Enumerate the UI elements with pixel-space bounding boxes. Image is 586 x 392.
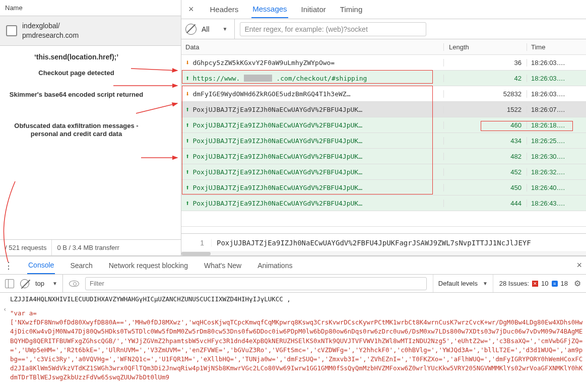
close-icon[interactable]: ×: [185, 4, 197, 15]
chevron-down-icon: ▼: [223, 26, 228, 32]
annotation-block: ‘this.send(location.href);’ Checkout pag…: [0, 46, 181, 239]
status-bar: / 521 requests 0 B / 3.4 MB transferr: [0, 239, 181, 255]
console-body[interactable]: LZJJIA4HQLNXHIVILECUUDIHXAVZYWHAHGγHICμU…: [0, 293, 586, 392]
clear-console-icon[interactable]: [20, 279, 29, 288]
col-time[interactable]: Time: [527, 43, 586, 51]
all-label: All: [202, 25, 210, 33]
name-column-header: Name: [0, 0, 181, 16]
cell-time: 18:26:03….: [527, 75, 586, 82]
annotation-2: Checkout page detected: [5, 69, 178, 77]
table-row[interactable]: ⬆PoxjUJBAJTZjEa9IZJh0NaECwUAYGdV%2FBFU4J…: [181, 102, 586, 117]
annotation-1: ‘this.send(location.href);’: [5, 53, 178, 61]
clear-icon[interactable]: [185, 24, 197, 35]
messages-type-select[interactable]: All ▼: [202, 19, 235, 39]
levels-label: Default levels: [438, 280, 478, 287]
cell-length: 434: [443, 137, 527, 145]
table-row[interactable]: ⬆PoxjUJBAJTZjEa9IZJh0NaECwUAYGdV%2FBFU4J…: [181, 133, 586, 149]
cell-length: 42: [443, 75, 527, 82]
table-row[interactable]: ⬆PoxjUJBAJTZjEa9IZJh0NaECwUAYGdV%2FBFU4J…: [181, 195, 586, 211]
gear-icon[interactable]: ⚙: [574, 279, 581, 288]
cell-length: 460: [443, 121, 527, 129]
redacted-host: [244, 75, 272, 82]
cell-length: 36: [443, 59, 527, 67]
tab-initiator[interactable]: Initiator: [300, 1, 327, 18]
info-badge-icon: ≡: [552, 281, 558, 287]
issues-errors: 10: [541, 280, 548, 287]
tab-headers[interactable]: Headers: [209, 1, 240, 18]
table-row[interactable]: ⬇dmFyIGE9WydOWHd6ZkRGOE5udzBmRGQ4T1h3eWZ…: [181, 86, 586, 102]
drawer-tab-animations[interactable]: Animations: [256, 257, 293, 274]
request-label: indexglobal/ pmdresearch.com: [22, 21, 79, 40]
drawer-tab-whatsnew[interactable]: What's New: [203, 257, 242, 274]
cell-time: 18:26:32….: [527, 168, 586, 176]
drawer-close-icon[interactable]: ×: [576, 260, 582, 271]
drawer-tab-search[interactable]: Search: [69, 257, 93, 274]
chevron-down-icon: ▼: [52, 281, 57, 286]
table-row[interactable]: ⬆PoxjUJBAJTZjEa9IZJh0NaECwUAYGdV%2FBFU4J…: [181, 149, 586, 164]
context-label: top: [35, 280, 44, 287]
more-tools-icon[interactable]: ⋮: [4, 260, 13, 271]
log-level-select[interactable]: Default levels ▼: [433, 275, 493, 292]
arrow-up-icon: ⬆: [185, 153, 189, 160]
table-row[interactable]: ⬆https://www..com/checkout/#shipping4218…: [181, 71, 586, 86]
arrow-up-icon: ⬆: [185, 184, 189, 191]
cell-length: 444: [443, 200, 527, 207]
col-data[interactable]: Data: [181, 43, 443, 51]
table-row[interactable]: ⬆PoxjUJBAJTZjEa9IZJh0NaECwUAYGdV%2FBFU4J…: [181, 117, 586, 133]
table-row[interactable]: ⬇dGhpcy5zZW5kKGxvY2F0aW9uLmhyZWYpOwo=361…: [181, 55, 586, 71]
cell-time: 18:26:07….: [527, 106, 586, 113]
live-expression-icon[interactable]: [69, 281, 79, 287]
issues-counter[interactable]: 28 Issues: ✕10 ≡18: [499, 280, 568, 287]
console-truncated-line: LZJJIA4HQLNXHIVILECUUDIHXAVZYWHAHGγHICμU…: [10, 295, 583, 304]
drawer-tab-nrb[interactable]: Network request blocking: [108, 257, 189, 274]
cell-time: 18:26:18….: [527, 121, 586, 129]
cell-time: 18:26:03….: [527, 59, 586, 67]
arrow-up-icon: ⬆: [185, 200, 189, 207]
issues-info: 18: [561, 280, 568, 287]
tab-timing[interactable]: Timing: [339, 1, 363, 18]
col-length[interactable]: Length: [443, 43, 527, 51]
cell-length: 450: [443, 184, 527, 191]
expand-icon[interactable]: ‹: [3, 305, 7, 314]
cell-time: 18:26:30….: [527, 153, 586, 160]
arrow-up-icon: ⬆: [185, 137, 189, 144]
cell-length: 1522: [443, 106, 527, 113]
status-transfer: 0 B / 3.4 MB transferr: [52, 240, 181, 255]
console-filter-input[interactable]: [85, 277, 427, 290]
cell-length: 482: [443, 153, 527, 160]
console-code: "var a=['NXwzfDF8Nnw0fDd80XwyfDB80A==','…: [10, 309, 583, 382]
cell-time: 18:26:03….: [527, 90, 586, 98]
request-checkbox[interactable]: [6, 25, 17, 36]
chevron-down-icon: ▼: [483, 281, 488, 286]
issues-label: 28 Issues:: [499, 280, 529, 287]
request-row[interactable]: indexglobal/ pmdresearch.com: [0, 16, 181, 46]
error-badge-icon: ✕: [532, 281, 538, 287]
arrow-up-icon: ⬆: [185, 168, 189, 175]
context-select[interactable]: top ▼: [35, 275, 63, 292]
cell-time: 18:26:25….: [527, 137, 586, 145]
cell-length: 52832: [443, 90, 527, 98]
detail-line-number: 1: [181, 239, 212, 247]
arrow-up-icon: ⬆: [185, 121, 189, 128]
cell-length: 452: [443, 168, 527, 176]
cell-time: 18:26:43….: [527, 200, 586, 207]
drawer-tab-console[interactable]: Console: [27, 257, 55, 274]
regex-filter-input[interactable]: [240, 22, 426, 36]
status-requests: / 521 requests: [0, 240, 52, 255]
table-row[interactable]: ⬆PoxjUJBAJTZjEa9IZJh0NaECwUAYGdV%2FBFU4J…: [181, 180, 586, 195]
tab-messages[interactable]: Messages: [251, 1, 288, 18]
arrow-up-icon: ⬆: [185, 106, 189, 113]
arrow-down-icon: ⬇: [185, 59, 189, 66]
horizontal-scrollbar[interactable]: [181, 251, 586, 255]
console-sidebar-icon[interactable]: [5, 279, 14, 288]
arrow-down-icon: ⬇: [185, 90, 189, 97]
detail-text: PoxjUJBAJTZjEa9IZJh0NaECwUAYGdV%2FBFU4Jp…: [212, 239, 586, 247]
table-row[interactable]: ⬆PoxjUJBAJTZjEa9IZJh0NaECwUAYGdV%2FBFU4J…: [181, 164, 586, 180]
annotation-3: Skimmer's base64 encoded script returned: [5, 91, 178, 99]
arrow-up-icon: ⬆: [185, 75, 189, 82]
cell-time: 18:26:40….: [527, 184, 586, 191]
annotation-4: Obfuscated data exfiltration messages - …: [5, 122, 178, 138]
